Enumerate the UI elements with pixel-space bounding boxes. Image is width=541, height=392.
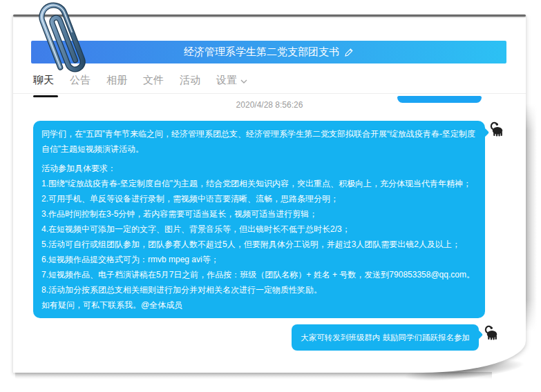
card-top-edge bbox=[13, 14, 526, 17]
active-tab-underline bbox=[33, 95, 58, 97]
tab-settings[interactable]: 设置 bbox=[216, 74, 247, 87]
tab-albums[interactable]: 相册 bbox=[106, 74, 127, 87]
page-background: 经济管理系学生第二党支部团支书 聊天 公告 相册 文件 bbox=[0, 0, 541, 392]
page-curl-right-shadow bbox=[526, 104, 537, 331]
message-item: 8.活动加分按系团总支相关细则进行加分并对相关名次进行一定物质性奖励。 bbox=[41, 282, 475, 297]
tab-divider bbox=[13, 93, 526, 94]
message-item: 4.在短视频中可添加一定的文字、图片、背景音乐等，但出镜时长不低于总时长2/3； bbox=[41, 222, 475, 237]
tab-chat[interactable]: 聊天 bbox=[33, 74, 54, 87]
message-item: 3.作品时间控制在3-5分钟，若内容需要可适当延长，视频可适当进行剪辑； bbox=[41, 206, 475, 222]
tab-files[interactable]: 文件 bbox=[143, 74, 164, 87]
message-requirements-title: 活动参加具体要求： bbox=[41, 161, 475, 176]
tab-announcements[interactable]: 公告 bbox=[70, 74, 91, 87]
tab-bar: 聊天 公告 相册 文件 活动 设置 bbox=[33, 74, 247, 87]
message-closing: 如有疑问，可私下联系我。@全体成员 bbox=[41, 297, 475, 313]
card-bottom-shadow bbox=[15, 372, 492, 379]
chat-card: 经济管理系学生第二党支部团支书 聊天 公告 相册 文件 bbox=[13, 14, 526, 373]
announcement-message-bubble: 同学们，在“五四”青年节来临之间，经济管理系团总支、经济管理系学生第二党支部拟联… bbox=[33, 121, 485, 318]
message-timestamp: 2020/4/28 8:56:26 bbox=[13, 100, 526, 110]
sender-avatar[interactable] bbox=[488, 120, 505, 137]
bubble-tail bbox=[480, 128, 489, 137]
bubble-tail bbox=[473, 330, 483, 340]
message-item: 6.短视频作品提交格式可为：rmvb mpeg avi等； bbox=[41, 252, 475, 267]
tab-activities[interactable]: 活动 bbox=[180, 74, 200, 87]
followup-message-bubble: 大家可转发到班级群内 鼓励同学们踊跃报名参加 bbox=[292, 324, 479, 351]
dinosaur-avatar-icon bbox=[488, 120, 505, 137]
chevron-down-icon bbox=[240, 75, 247, 86]
message-item: 1.围绕“绽放战疫青春-坚定制度自信”为主题，结合党团相关知识内容，突出重点、积… bbox=[41, 176, 475, 191]
message-item: 2.可用手机、单反等设备进行录制，需视频中语言要清晰、流畅，思路条理分明； bbox=[41, 191, 475, 206]
dinosaur-avatar-icon bbox=[483, 324, 500, 340]
message-item: 5.活动可自行或组团队参加，团队参赛人数不超过5人，但要附具体分工说明，并超过3… bbox=[41, 237, 475, 252]
message-item: 7.短视频作品、电子档演讲稿在5月7日之前，作品按：班级（团队名称）+ 姓名 +… bbox=[41, 267, 475, 282]
followup-text: 大家可转发到班级群内 鼓励同学们踊跃报名参加 bbox=[301, 333, 470, 342]
message-intro: 同学们，在“五四”青年节来临之间，经济管理系团总支、经济管理系学生第二党支部拟联… bbox=[41, 126, 475, 157]
pencil-icon[interactable] bbox=[344, 48, 354, 57]
page-title: 经济管理系学生第二党支部团支书 bbox=[184, 46, 339, 59]
sender-avatar[interactable] bbox=[483, 324, 500, 340]
group-title-bar: 经济管理系学生第二党支部团支书 bbox=[31, 41, 506, 63]
